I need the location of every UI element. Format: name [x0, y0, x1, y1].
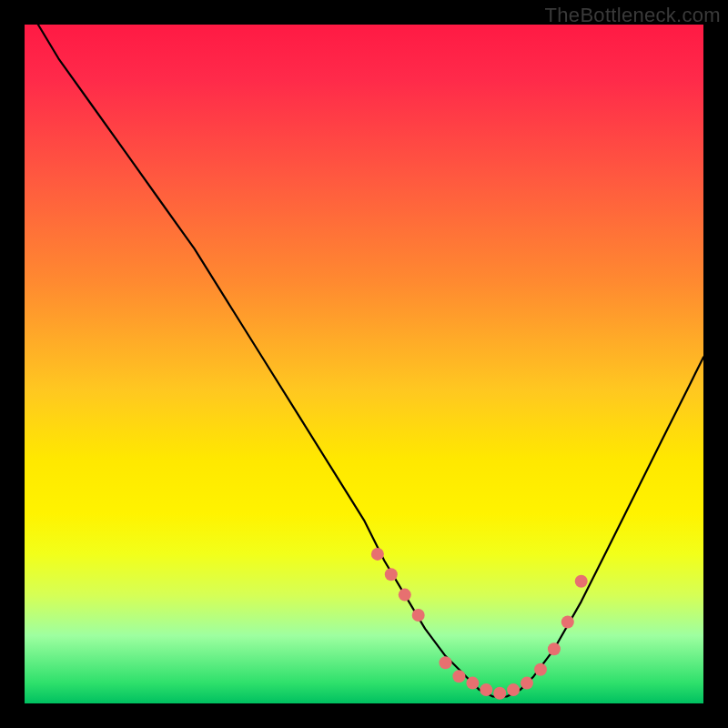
highlight-markers — [371, 548, 588, 700]
highlight-point — [452, 670, 465, 682]
highlight-point — [521, 677, 533, 690]
watermark-label: TheBottleneck.com — [545, 4, 721, 27]
highlight-point — [575, 575, 588, 588]
highlight-point — [399, 589, 411, 602]
highlight-point — [561, 616, 574, 629]
highlight-point — [412, 609, 425, 622]
highlight-point — [466, 677, 479, 690]
highlight-point — [507, 683, 520, 696]
highlight-point — [440, 656, 452, 669]
highlight-point — [480, 683, 492, 696]
highlight-point — [493, 687, 506, 700]
highlight-point — [371, 548, 384, 561]
highlight-point — [385, 568, 398, 581]
highlight-point — [548, 642, 561, 655]
plot-area — [25, 25, 703, 703]
chart-svg — [25, 25, 703, 703]
highlight-point — [534, 663, 547, 676]
chart-frame: TheBottleneck.com — [0, 0, 728, 728]
bottleneck-curve — [38, 25, 703, 697]
